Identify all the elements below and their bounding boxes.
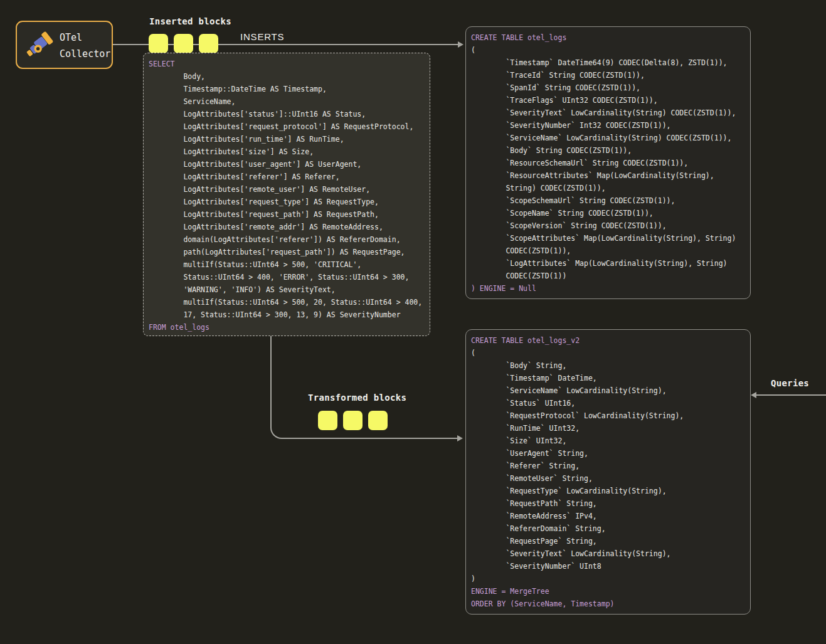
code-line: `SeverityText` LowCardinality(String) CO… bbox=[471, 107, 745, 119]
code-line: `ScopeAttributes` Map(LowCardinality(Str… bbox=[471, 232, 745, 245]
code-line: FROM otel_logs bbox=[149, 321, 425, 334]
queries-arrow-line bbox=[756, 394, 826, 396]
code-line: `Status` UInt16, bbox=[471, 397, 745, 409]
code-line: ServiceName, bbox=[149, 95, 425, 108]
otel-label-line2: Collector bbox=[60, 48, 110, 60]
data-block bbox=[368, 411, 388, 430]
code-line: `Timestamp` DateTime, bbox=[471, 372, 745, 384]
code-line: `UserAgent` String, bbox=[471, 447, 745, 460]
code-line: ( bbox=[471, 44, 745, 56]
code-line: multiIf(Status::UInt64 > 500, 20, Status… bbox=[149, 296, 425, 309]
diagram-canvas: OTel Collector Inserted blocks INSERTS S… bbox=[0, 0, 826, 644]
inserted-blocks-label: Inserted blocks bbox=[149, 16, 231, 26]
transformed-blocks-group bbox=[318, 411, 388, 430]
data-block bbox=[343, 411, 363, 430]
code-line: LogAttributes['run_time'] AS RunTime, bbox=[149, 133, 425, 145]
transformed-blocks-label: Transformed blocks bbox=[308, 393, 406, 403]
code-line: ( bbox=[471, 347, 745, 359]
code-line: `SpanId` String CODEC(ZSTD(1)), bbox=[471, 82, 745, 94]
code-line: LogAttributes['remote_user'] AS RemoteUs… bbox=[149, 183, 425, 196]
code-line: LogAttributes['request_type'] AS Request… bbox=[149, 196, 425, 208]
code-line: `ServiceName` LowCardinality(String), bbox=[471, 384, 745, 397]
code-line: multiIf(Status::UInt64 > 500, 'CRITICAL'… bbox=[149, 258, 425, 271]
code-line: LogAttributes['status']::UInt16 AS Statu… bbox=[149, 108, 425, 120]
code-line: `RequestType` LowCardinality(String), bbox=[471, 485, 745, 497]
code-line: String) CODEC(ZSTD(1)), bbox=[471, 182, 745, 194]
code-line: `Body` String CODEC(ZSTD(1)), bbox=[471, 144, 745, 157]
code-line: SELECT bbox=[149, 58, 425, 70]
code-line: path(LogAttributes['request_path']) AS R… bbox=[149, 246, 425, 258]
code-line: `Size` UInt32, bbox=[471, 435, 745, 447]
code-line: `ServiceName` LowCardinality(String) COD… bbox=[471, 132, 745, 144]
code-line: ) bbox=[471, 573, 745, 585]
code-line: LogAttributes['request_protocol'] AS Req… bbox=[149, 120, 425, 133]
code-line: LogAttributes['user_agent'] AS UserAgent… bbox=[149, 158, 425, 171]
code-line: `RefererDomain` String, bbox=[471, 522, 745, 535]
create-table-otel-logs-block: CREATE TABLE otel_logs( `Timestamp` Date… bbox=[465, 26, 751, 299]
code-line: `SeverityNumber` UInt8 bbox=[471, 560, 745, 573]
inserted-blocks-group bbox=[149, 34, 218, 53]
data-block bbox=[318, 411, 337, 430]
code-line: `ScopeSchemaUrl` String CODEC(ZSTD(1)), bbox=[471, 194, 745, 207]
code-line: `ResourceAttributes` Map(LowCardinality(… bbox=[471, 169, 745, 182]
code-line: `ResourceSchemaUrl` String CODEC(ZSTD(1)… bbox=[471, 157, 745, 169]
create-table-otel-logs-v2-block: CREATE TABLE otel_logs_v2( `Body` String… bbox=[465, 329, 751, 615]
code-line: `RunTime` UInt32, bbox=[471, 422, 745, 435]
code-line: ) ENGINE = Null bbox=[471, 282, 745, 295]
queries-label: Queries bbox=[771, 378, 809, 388]
code-line: LogAttributes['request_path'] AS Request… bbox=[149, 208, 425, 221]
telescope-icon bbox=[23, 28, 57, 61]
queries-arrowhead-icon bbox=[751, 392, 756, 398]
code-line: LogAttributes['referer'] AS Referer, bbox=[149, 171, 425, 183]
code-line: `RemoteUser` String, bbox=[471, 472, 745, 485]
code-line: `RemoteAddress` IPv4, bbox=[471, 510, 745, 522]
otel-collector-label: OTel Collector bbox=[60, 29, 110, 62]
code-line: 17, Status::UInt64 > 300, 13, 9) AS Seve… bbox=[149, 309, 425, 321]
code-line: CREATE TABLE otel_logs bbox=[471, 31, 745, 44]
code-line: `RequestPage` String, bbox=[471, 535, 745, 547]
code-line: `RequestPath` String, bbox=[471, 497, 745, 510]
code-line: Body, bbox=[149, 70, 425, 83]
code-line: CREATE TABLE otel_logs_v2 bbox=[471, 334, 745, 347]
transformed-arrowhead-icon bbox=[457, 435, 463, 441]
code-line: CODEC(ZSTD(1)) bbox=[471, 270, 745, 282]
code-line: CODEC(ZSTD(1)), bbox=[471, 245, 745, 257]
data-block bbox=[149, 34, 168, 53]
code-line: `Referer` String, bbox=[471, 460, 745, 472]
code-line: Status::UInt64 > 400, 'ERROR', Status::U… bbox=[149, 271, 425, 283]
code-line: `TraceId` String CODEC(ZSTD(1)), bbox=[471, 69, 745, 82]
code-line: `ScopeVersion` String CODEC(ZSTD(1)), bbox=[471, 219, 745, 232]
code-line: `Body` String, bbox=[471, 359, 745, 372]
code-line: ENGINE = MergeTree bbox=[471, 585, 745, 598]
code-line: `LogAttributes` Map(LowCardinality(Strin… bbox=[471, 257, 745, 270]
data-block bbox=[174, 34, 193, 53]
select-query-block: SELECT Body, Timestamp::DateTime AS Time… bbox=[143, 53, 430, 336]
code-line: `Timestamp` DateTime64(9) CODEC(Delta(8)… bbox=[471, 56, 745, 69]
code-line: LogAttributes['size'] AS Size, bbox=[149, 145, 425, 158]
code-line: `ScopeName` String CODEC(ZSTD(1)), bbox=[471, 207, 745, 219]
code-line: ORDER BY (ServiceName, Timestamp) bbox=[471, 598, 745, 610]
code-line: `RequestProtocol` LowCardinality(String)… bbox=[471, 409, 745, 422]
code-line: `TraceFlags` UInt32 CODEC(ZSTD(1)), bbox=[471, 94, 745, 107]
code-line: domain(LogAttributes['referer']) AS Refe… bbox=[149, 233, 425, 246]
code-line: `SeverityText` LowCardinality(String), bbox=[471, 547, 745, 560]
otel-label-line1: OTel bbox=[60, 32, 82, 43]
code-line: Timestamp::DateTime AS Timestamp, bbox=[149, 83, 425, 95]
otel-collector-node: OTel Collector bbox=[16, 21, 113, 69]
inserts-label: INSERTS bbox=[240, 31, 284, 42]
code-line: 'WARNING', 'INFO') AS SeverityText, bbox=[149, 283, 425, 296]
code-line: `SeverityNumber` Int32 CODEC(ZSTD(1)), bbox=[471, 119, 745, 132]
inserts-arrowhead-icon bbox=[458, 41, 463, 48]
code-line: LogAttributes['remote_addr'] AS RemoteAd… bbox=[149, 221, 425, 233]
data-block bbox=[199, 34, 218, 53]
